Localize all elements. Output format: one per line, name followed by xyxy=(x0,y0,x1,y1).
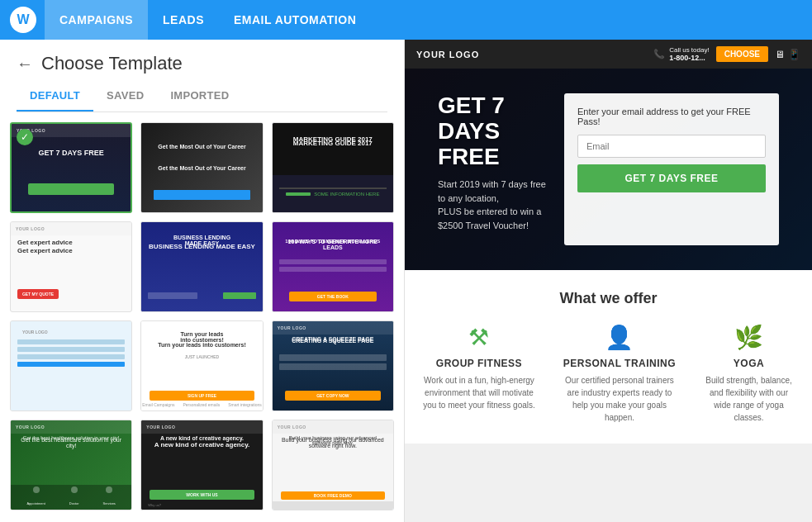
offer-yoga: 🌿 YOGA Build strength, balance, and flex… xyxy=(702,324,795,424)
desktop-icon[interactable]: 🖥 xyxy=(775,49,785,60)
template-card-2[interactable]: Get the Most Out of Your Career xyxy=(140,122,263,213)
page-title: Choose Template xyxy=(41,53,183,74)
preview-topbar: YOUR LOGO 📞 Call us today! 1-800-12... C… xyxy=(405,40,812,69)
hero-form-box: Enter your email address to get your FRE… xyxy=(564,93,779,245)
mobile-icon[interactable]: 📱 xyxy=(788,49,800,60)
template-card-6[interactable]: YOUR LOGO 100 WAYS TO GENERATE MORE LEAD… xyxy=(272,221,394,312)
choose-button[interactable]: CHOOSE xyxy=(716,46,768,62)
right-panel: YOUR LOGO 📞 Call us today! 1-800-12... C… xyxy=(405,40,812,522)
group-fitness-icon: ⚒ xyxy=(468,324,489,351)
template-card-12[interactable]: YOUR LOGO Build your business using our … xyxy=(272,420,394,510)
template-card-3[interactable]: MARKETING GUIDE 2017 SOME INFORMATION HE… xyxy=(272,122,394,213)
template-grid: ✓ YOUR LOGO Get the Most Out of Your Car… xyxy=(0,112,404,522)
nav-campaigns[interactable]: CAMPAIGNS xyxy=(45,0,148,40)
template-card-5[interactable]: BUSINESS LENDINGMADE EASY xyxy=(140,221,263,312)
selected-check-icon: ✓ xyxy=(17,129,33,145)
offer-name-personal-training: PERSONAL TRAINING xyxy=(563,358,676,369)
card-logo-bar-9: YOUR LOGO xyxy=(273,321,393,335)
call-today: 📞 Call us today! 1-800-12... xyxy=(653,46,709,62)
main-layout: ← Choose Template DEFAULT SAVED IMPORTED… xyxy=(0,40,812,522)
template-card-9[interactable]: YOUR LOGO CREATING A SQUEEZE PAGE GET CO… xyxy=(272,320,394,411)
template-card-7[interactable]: YOUR LOGO xyxy=(10,320,132,411)
nav-email-automation[interactable]: EMAIL AUTOMATION xyxy=(219,0,371,40)
card-logo-bar-11: YOUR LOGO xyxy=(141,420,262,434)
tab-saved[interactable]: SAVED xyxy=(93,81,157,112)
offers-title: What we offer xyxy=(421,290,795,307)
card-logo-bar-10: YOUR LOGO xyxy=(11,420,131,434)
email-input[interactable] xyxy=(577,135,766,158)
back-row: ← Choose Template xyxy=(17,53,387,74)
tabs-row: DEFAULT SAVED IMPORTED xyxy=(17,81,387,112)
offers-grid: ⚒ GROUP FITNESS Work out in a fun, high-… xyxy=(421,324,795,424)
logo: W xyxy=(10,7,36,33)
top-navigation: W CAMPAIGNS LEADS EMAIL AUTOMATION xyxy=(0,0,812,40)
nav-leads[interactable]: LEADS xyxy=(148,0,219,40)
preview-container: YOUR LOGO 📞 Call us today! 1-800-12... C… xyxy=(405,40,812,444)
yoga-icon: 🌿 xyxy=(734,324,763,351)
offer-group-fitness: ⚒ GROUP FITNESS Work out in a fun, high-… xyxy=(421,324,537,424)
tab-default[interactable]: DEFAULT xyxy=(17,81,93,112)
back-button[interactable]: ← xyxy=(17,55,33,74)
template-card-1[interactable]: ✓ YOUR LOGO xyxy=(10,122,132,213)
offer-name-group-fitness: GROUP FITNESS xyxy=(436,358,522,369)
offer-name-yoga: YOGA xyxy=(734,358,764,369)
left-header: ← Choose Template DEFAULT SAVED IMPORTED xyxy=(0,40,404,112)
offer-desc-yoga: Build strength, balance, and flexibility… xyxy=(702,374,795,424)
hero-cta-button[interactable]: GET 7 DAYS FREE xyxy=(577,164,766,192)
offers-section: What we offer ⚒ GROUP FITNESS Work out i… xyxy=(405,270,812,444)
hero-title: GET 7 DAYS FREE xyxy=(438,93,548,169)
phone-icon: 📞 xyxy=(653,49,665,59)
template-card-4[interactable]: YOUR LOGO Get expert advice GET MY QUOTE xyxy=(10,221,132,312)
template-card-10[interactable]: YOUR LOGO Get the best healthcare soluti… xyxy=(10,420,132,510)
template-card-8[interactable]: Turn your leadsinto customers! JUST LAUN… xyxy=(140,320,263,411)
offer-desc-group-fitness: Work out in a fun, high-energy environme… xyxy=(421,374,537,411)
hero-content-left: GET 7 DAYS FREE Start 2019 with 7 days f… xyxy=(438,93,548,245)
offer-personal-training: 👤 PERSONAL TRAINING Our certified person… xyxy=(562,324,677,424)
card-logo-bar-12: YOUR LOGO xyxy=(273,420,393,434)
template-card-11[interactable]: YOUR LOGO A new kind of creative agency.… xyxy=(140,420,263,510)
offer-desc-personal-training: Our certified personal trainers are indu… xyxy=(562,374,677,424)
device-icons: 🖥 📱 xyxy=(775,49,800,60)
call-text-block: Call us today! 1-800-12... xyxy=(669,46,709,62)
tab-imported[interactable]: IMPORTED xyxy=(157,81,242,112)
preview-logo-text: YOUR LOGO xyxy=(416,50,479,59)
personal-training-icon: 👤 xyxy=(605,324,634,351)
topbar-right: 📞 Call us today! 1-800-12... CHOOSE 🖥 📱 xyxy=(653,46,800,62)
card-logo-bar-7: YOUR LOGO xyxy=(17,328,125,336)
hero-form-label: Enter your email address to get your FRE… xyxy=(577,107,766,126)
card-logo-bar-4: YOUR LOGO xyxy=(11,222,131,235)
left-panel: ← Choose Template DEFAULT SAVED IMPORTED… xyxy=(0,40,405,522)
preview-hero: GET 7 DAYS FREE Start 2019 with 7 days f… xyxy=(405,69,812,270)
card-cta-bar xyxy=(28,183,114,195)
hero-subtitle: Start 2019 with 7 days free to any locat… xyxy=(438,178,548,232)
